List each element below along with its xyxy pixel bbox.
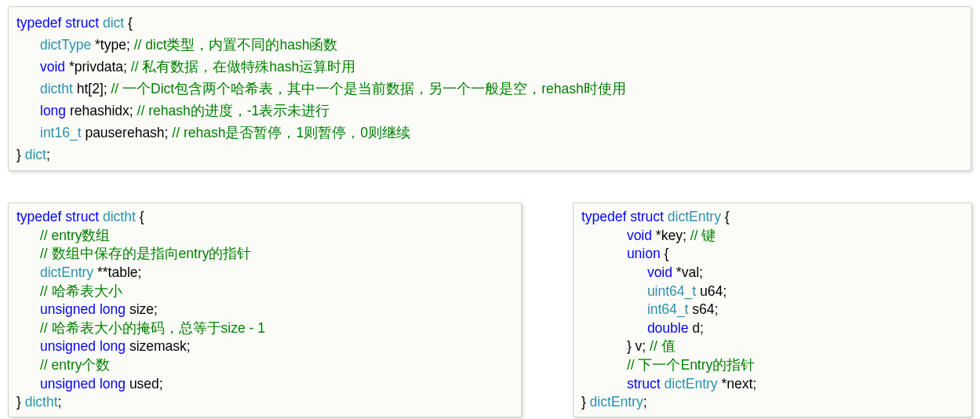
keyword: unsigned — [40, 338, 96, 354]
code-line: int16_t pauserehash; // rehash是否暂停，1则暂停，… — [16, 122, 963, 144]
code-line: uint64_t u64; — [581, 282, 964, 301]
code-text: size; — [126, 301, 158, 317]
keyword: union — [627, 246, 661, 261]
code-line: typedef struct dictht { — [16, 208, 513, 227]
code-text: rehashidx; — [66, 103, 137, 118]
comment: // 一个Dict包含两个哈希表，其中一个是当前数据，另一个一般是空，rehas… — [111, 81, 625, 97]
code-line: // 哈希表大小的掩码，总等于size - 1 — [16, 319, 513, 338]
code-line: } dictEntry; — [581, 393, 964, 412]
keyword: typedef — [16, 209, 61, 224]
code-line: unsigned long sizemask; — [16, 337, 513, 356]
typename: dictEntry — [668, 209, 721, 224]
brace: } — [581, 394, 590, 410]
keyword: typedef — [581, 209, 626, 224]
typename: dictEntry — [590, 394, 643, 410]
comment: // 数组中保存的是指向entry的指针 — [40, 246, 252, 261]
keyword: void — [647, 264, 672, 280]
comment: // 私有数据，在做特殊hash运算时用 — [131, 59, 356, 75]
code-line: void *privdata; // 私有数据，在做特殊hash运算时用 — [16, 56, 963, 78]
code-block-dict: typedef struct dict { dictType *type; //… — [8, 6, 971, 171]
brace: } — [16, 147, 25, 162]
brace: { — [136, 209, 144, 224]
typename: dictEntry — [665, 376, 718, 392]
keyword: struct — [630, 209, 664, 224]
code-text: s64; — [688, 301, 718, 317]
keyword: unsigned — [40, 376, 96, 392]
keyword: long — [100, 301, 126, 317]
comment: // 下一个Entry的指针 — [627, 357, 755, 373]
code-line: unsigned long size; — [16, 301, 513, 319]
keyword: struct — [65, 209, 99, 224]
brace: { — [661, 246, 669, 261]
keyword: long — [40, 103, 66, 118]
code-line: } dict; — [16, 144, 963, 166]
comment: // entry个数 — [40, 357, 111, 373]
keyword: void — [40, 59, 65, 75]
code-text: *type; — [91, 37, 133, 53]
typename: int16_t — [40, 125, 82, 140]
code-text: *key; — [652, 228, 690, 243]
code-line: dictEntry **table; — [16, 264, 513, 282]
keyword: typedef — [16, 15, 61, 31]
keyword: struct — [627, 376, 661, 392]
keyword: void — [627, 228, 652, 243]
brace: } v; — [627, 338, 650, 354]
code-line: int64_t s64; — [581, 301, 964, 319]
typename: dictht — [40, 81, 73, 97]
row-container: typedef struct dictht { // entry数组 // 数组… — [8, 202, 972, 417]
keyword: struct — [65, 15, 99, 31]
typename: uint64_t — [647, 283, 696, 299]
code-line: // entry个数 — [16, 356, 513, 375]
typename: dictht — [103, 209, 136, 224]
comment: // 键 — [690, 228, 716, 243]
comment: // 哈希表大小的掩码，总等于size - 1 — [40, 320, 265, 336]
code-text: *next; — [718, 376, 757, 392]
code-line: struct dictEntry *next; — [581, 375, 964, 394]
brace: } — [16, 394, 25, 410]
code-line: typedef struct dict { — [16, 12, 963, 34]
comment: // entry数组 — [40, 228, 111, 243]
typename: dict — [25, 147, 46, 162]
code-line: void *key; // 键 — [581, 227, 964, 246]
code-text: sizemask; — [126, 338, 191, 354]
code-line: // entry数组 — [16, 227, 513, 246]
code-block-dictht: typedef struct dictht { // entry数组 // 数组… — [8, 202, 522, 417]
code-line: // 数组中保存的是指向entry的指针 — [16, 245, 513, 264]
code-line: unsigned long used; — [16, 375, 513, 394]
code-text: **table; — [93, 264, 141, 280]
comment: // 哈希表大小 — [40, 283, 122, 299]
keyword: double — [647, 320, 689, 336]
semicolon: ; — [643, 394, 647, 410]
code-text: d; — [688, 320, 703, 336]
code-line: // 下一个Entry的指针 — [581, 356, 964, 375]
code-line: typedef struct dictEntry { — [581, 208, 964, 227]
semicolon: ; — [46, 147, 50, 162]
code-line: dictht ht[2]; // 一个Dict包含两个哈希表，其中一个是当前数据… — [16, 78, 963, 100]
code-line: void *val; — [581, 264, 964, 282]
comment: // rehash的进度，-1表示未进行 — [137, 103, 330, 118]
code-line: long rehashidx; // rehash的进度，-1表示未进行 — [16, 100, 963, 122]
comment: // 值 — [650, 338, 676, 354]
keyword: unsigned — [40, 301, 96, 317]
code-line: } v; // 值 — [581, 337, 964, 356]
keyword: long — [100, 338, 126, 354]
code-text: *val; — [672, 264, 703, 280]
code-text: used; — [126, 376, 163, 392]
code-line: // 哈希表大小 — [16, 282, 513, 301]
semicolon: ; — [58, 394, 62, 410]
code-text: ht[2]; — [73, 81, 111, 97]
keyword: long — [100, 376, 126, 392]
code-line: union { — [581, 245, 964, 264]
typename: int64_t — [647, 301, 689, 317]
code-block-dictentry: typedef struct dictEntry { void *key; //… — [573, 202, 972, 417]
comment: // dict类型，内置不同的hash函数 — [134, 37, 338, 53]
typename: dictEntry — [40, 264, 93, 280]
typename: dict — [103, 15, 124, 31]
brace: { — [124, 15, 133, 31]
comment: // rehash是否暂停，1则暂停，0则继续 — [172, 125, 410, 140]
brace: { — [721, 209, 730, 224]
typename: dictht — [25, 394, 58, 410]
code-text: u64; — [696, 283, 727, 299]
code-line: double d; — [581, 319, 964, 338]
code-text: *privdata; — [65, 59, 131, 75]
